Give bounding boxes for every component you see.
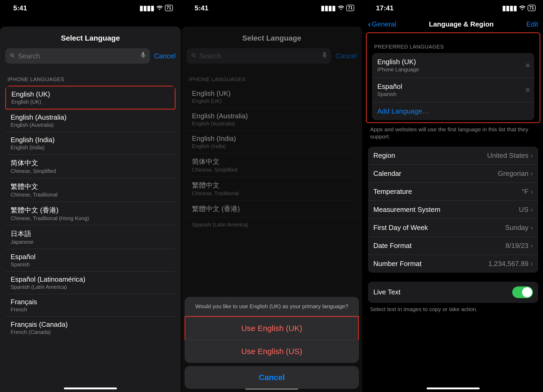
- setting-value: 1,234,567.89: [488, 260, 529, 268]
- language-row[interactable]: Français (Canada)French (Canada): [5, 317, 176, 339]
- chevron-right-icon: ›: [531, 224, 533, 232]
- language-row[interactable]: 繁體中文 (香港)Chinese, Traditional (Hong Kong…: [5, 202, 176, 225]
- setting-label: Measurement System: [373, 206, 440, 214]
- edit-button[interactable]: Edit: [526, 20, 538, 28]
- language-row[interactable]: 日本語Japanese: [5, 225, 176, 249]
- chevron-right-icon: ›: [531, 169, 533, 178]
- language-row[interactable]: 繁體中文Chinese, Traditional: [187, 177, 357, 201]
- language-subtitle: Spanish: [377, 91, 402, 97]
- language-row[interactable]: 简体中文Chinese, Simplified: [187, 153, 357, 177]
- setting-row[interactable]: CalendarGregorian›: [368, 165, 538, 183]
- status-indicators: ▮▮▮▮ 71: [139, 4, 173, 12]
- language-name: Français: [11, 298, 170, 306]
- cancel-button[interactable]: Cancel: [154, 52, 176, 60]
- live-text-toggle[interactable]: [512, 286, 533, 298]
- status-time: 17:41: [376, 4, 394, 12]
- language-list: English (UK)English (UK)English (Austral…: [5, 86, 176, 339]
- language-row[interactable]: Spanish (Latin America): [187, 217, 357, 232]
- home-indicator[interactable]: [64, 387, 117, 389]
- language-subtitle: Japanese: [11, 239, 170, 245]
- use-english-uk-button[interactable]: Use English (UK): [185, 316, 359, 340]
- search-input[interactable]: [18, 52, 138, 60]
- language-subtitle: Chinese, Traditional (Hong Kong): [11, 215, 170, 221]
- language-subtitle: English (India): [11, 145, 170, 151]
- language-subtitle: Chinese, Traditional: [11, 192, 170, 198]
- setting-row[interactable]: First Day of WeekSunday›: [368, 219, 538, 237]
- preferred-language-row[interactable]: EspañolSpanish≡: [372, 78, 534, 102]
- setting-value: 8/19/23: [506, 242, 529, 250]
- language-row[interactable]: EspañolSpanish: [5, 249, 176, 272]
- language-row[interactable]: 繁體中文Chinese, Traditional: [5, 178, 176, 202]
- language-row[interactable]: English (UK)English (UK): [5, 86, 176, 110]
- mic-icon[interactable]: [322, 52, 327, 60]
- setting-label: Date Format: [373, 242, 412, 250]
- setting-value: °F: [522, 188, 528, 196]
- setting-label: Region: [373, 151, 395, 160]
- language-name: 繁體中文 (香港): [11, 206, 170, 215]
- status-time: 5:41: [195, 4, 208, 12]
- language-subtitle: Chinese, Simplified: [192, 167, 352, 173]
- search-field[interactable]: [5, 48, 150, 64]
- phone-panel-2: 5:41 ▮▮▮▮ 71 Select Language Cancel IPHO…: [181, 0, 362, 392]
- language-subtitle: English (UK): [11, 99, 169, 105]
- language-subtitle: English (UK): [192, 98, 352, 104]
- chevron-right-icon: ›: [531, 151, 533, 160]
- setting-row[interactable]: Measurement SystemUS›: [368, 201, 538, 219]
- language-row[interactable]: English (Australia)English (Australia): [5, 110, 176, 132]
- status-indicators: ▮▮▮▮ 71: [502, 4, 536, 12]
- language-name: English (Australia): [11, 113, 170, 121]
- setting-row[interactable]: Date Format8/19/23›: [368, 237, 538, 255]
- back-button[interactable]: ‹ General: [368, 20, 396, 29]
- sheet-cancel-button[interactable]: Cancel: [185, 366, 359, 389]
- language-name: English (Australia): [192, 112, 352, 120]
- status-indicators: ▮▮▮▮ 71: [321, 4, 354, 12]
- status-time: 5:41: [13, 4, 27, 12]
- preferred-languages-list: English (UK)iPhone Language≡EspañolSpani…: [372, 53, 534, 120]
- phone-panel-1: 5:41 ▮▮▮▮ 71 Select Language Cancel IPHO…: [0, 0, 181, 392]
- language-row[interactable]: Español (Latinoamérica)Spanish (Latin Am…: [5, 272, 176, 294]
- use-english-us-button[interactable]: Use English (US): [185, 340, 359, 363]
- setting-value: United States: [487, 151, 528, 160]
- search-icon: [191, 52, 197, 60]
- language-row[interactable]: 繁體中文 (香港): [187, 201, 357, 217]
- battery-icon: 71: [528, 5, 536, 11]
- home-indicator[interactable]: [427, 387, 480, 389]
- setting-value: Sunday: [505, 224, 528, 232]
- drag-handle-icon[interactable]: ≡: [526, 61, 529, 69]
- setting-row[interactable]: RegionUnited States›: [368, 147, 538, 165]
- language-row[interactable]: 简体中文Chinese, Simplified: [5, 155, 176, 178]
- live-text-row[interactable]: Live Text: [368, 282, 538, 303]
- language-name: Español: [11, 253, 170, 261]
- add-language-row[interactable]: Add Language…: [372, 102, 534, 120]
- language-row[interactable]: English (India)English (India): [187, 131, 357, 153]
- mic-icon[interactable]: [141, 52, 146, 60]
- preferred-language-row[interactable]: English (UK)iPhone Language≡: [372, 53, 534, 78]
- language-row[interactable]: English (UK)English (UK): [187, 86, 357, 108]
- region-settings-list: RegionUnited States›CalendarGregorian›Te…: [368, 147, 538, 273]
- modal-title: Select Language: [181, 27, 362, 48]
- language-name: English (India): [192, 134, 352, 143]
- wifi-icon: [156, 4, 163, 12]
- search-input[interactable]: [199, 52, 319, 60]
- setting-row[interactable]: Temperature°F›: [368, 183, 538, 201]
- setting-label: Temperature: [373, 188, 412, 196]
- section-header: IPHONE LANGUAGES: [181, 68, 362, 86]
- section-header: IPHONE LANGUAGES: [0, 68, 181, 86]
- language-subtitle: English (Australia): [11, 122, 170, 128]
- language-subtitle: English (India): [192, 143, 352, 149]
- drag-handle-icon[interactable]: ≡: [526, 86, 529, 94]
- language-row[interactable]: English (Australia)English (Australia): [187, 108, 357, 131]
- language-row[interactable]: FrançaisFrench: [5, 294, 176, 317]
- language-name: 繁體中文: [11, 182, 170, 191]
- status-bar: 5:41 ▮▮▮▮ 71: [0, 0, 181, 16]
- setting-row[interactable]: Number Format1,234,567.89›: [368, 255, 538, 273]
- language-name: 简体中文: [11, 158, 170, 168]
- search-field[interactable]: [187, 48, 331, 64]
- language-row[interactable]: English (India)English (India): [5, 132, 176, 155]
- language-modal: Select Language Cancel IPHONE LANGUAGES …: [0, 27, 181, 392]
- language-name: 简体中文: [192, 157, 352, 166]
- cancel-button[interactable]: Cancel: [335, 52, 357, 60]
- setting-value: Gregorian: [498, 169, 529, 178]
- language-name: 日本語: [11, 229, 170, 238]
- back-label: General: [372, 20, 396, 28]
